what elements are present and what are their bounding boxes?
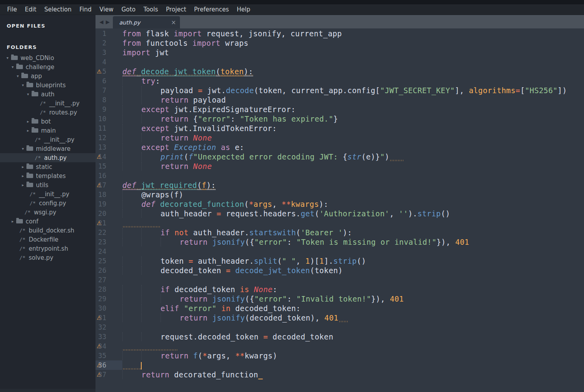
close-tab-icon[interactable]: × <box>171 19 176 26</box>
code-line-22[interactable]: 22 if not auth_header.startswith('Bearer… <box>95 228 584 237</box>
code-line-8[interactable]: 8 return payload <box>95 95 584 105</box>
token: } <box>333 114 338 123</box>
code-line-5[interactable]: ⚠5def decode_jwt_token(token): <box>95 67 584 76</box>
tree-file-solve.py[interactable]: /*solve.py <box>0 253 95 262</box>
code-line-2[interactable]: 2from functools import wraps <box>95 38 584 48</box>
chevron-down-icon[interactable]: ▾ <box>25 92 31 96</box>
tree-file-__init__.py[interactable]: /*__init__.py <box>0 135 95 144</box>
tree-folder-challenge[interactable]: ▾challenge <box>0 62 95 71</box>
tree-folder-web_CDNio[interactable]: ▾web_CDNio <box>0 53 95 62</box>
next-tab-icon[interactable]: ▶ <box>106 19 110 25</box>
chevron-right-icon[interactable]: ▸ <box>20 183 26 187</box>
code-area[interactable]: 1from flask import request, jsonify, cur… <box>95 28 584 392</box>
tree-folder-templates[interactable]: ▸templates <box>0 171 95 180</box>
token: 'Bearer ' <box>301 228 343 237</box>
tree-file-__init__.py[interactable]: /*__init__.py <box>0 189 95 199</box>
menu-view[interactable]: View <box>95 4 118 15</box>
tree-file-wsgi.py[interactable]: /*wsgi.py <box>0 208 95 217</box>
token: decode_jwt_token <box>235 266 310 275</box>
tree-folder-auth[interactable]: ▾auth <box>0 90 95 99</box>
tab-auth-py[interactable]: auth.py × <box>113 16 180 28</box>
tree-file-build_docker.sh[interactable]: /*build_docker.sh <box>0 226 95 235</box>
chevron-down-icon[interactable]: ▾ <box>20 83 26 87</box>
code-line-7[interactable]: 7 payload = jwt.decode(token, current_ap… <box>95 86 584 95</box>
tree-folder-conf[interactable]: ▸conf <box>0 217 95 226</box>
code-text: def decode_jwt_token(token): <box>122 67 584 76</box>
code-line-3[interactable]: 3import jwt <box>95 48 584 57</box>
folder-icon <box>32 128 38 133</box>
menu-edit[interactable]: Edit <box>21 4 40 15</box>
tree-file-config.py[interactable]: /*config.py <box>0 199 95 208</box>
token: args <box>254 200 272 208</box>
code-line-14[interactable]: ⚠14 print(f"Unexpected error decoding JW… <box>95 152 584 161</box>
tree-folder-static[interactable]: ▸static <box>0 162 95 171</box>
code-line-19[interactable]: 19 def decorated_function(*args, **kwarg… <box>95 199 584 209</box>
code-line-17[interactable]: ⚠17def jwt_required(f): <box>95 180 584 190</box>
code-line-20[interactable]: 20 auth_header = request.headers.get('Au… <box>95 209 584 218</box>
code-line-32[interactable]: 32 <box>95 323 584 332</box>
code-line-33[interactable]: 33 request.decoded_token = decoded_token <box>95 332 584 341</box>
code-line-12[interactable]: 12 return None <box>95 133 584 143</box>
tree-file-auth.py[interactable]: /*auth.py <box>0 153 95 162</box>
tree-file-routes.py[interactable]: /*routes.py <box>0 108 95 117</box>
chevron-right-icon[interactable]: ▸ <box>10 219 15 223</box>
tree-folder-main[interactable]: ▸main <box>0 126 95 135</box>
tree-folder-utils[interactable]: ▸utils <box>0 180 95 189</box>
menu-selection[interactable]: Selection <box>40 4 75 15</box>
code-line-9[interactable]: 9 except jwt.ExpiredSignatureError: <box>95 105 584 114</box>
code-line-26[interactable]: 26 decoded_token = decode_jwt_token(toke… <box>95 266 584 275</box>
menu-file[interactable]: File <box>3 4 21 15</box>
prev-tab-icon[interactable]: ◀ <box>99 19 103 25</box>
code-line-31[interactable]: ⚠31 return jsonify(decoded_token), 401 <box>95 313 584 323</box>
menu-preferences[interactable]: Preferences <box>190 4 233 15</box>
code-line-11[interactable]: 11 except jwt.InvalidTokenError: <box>95 124 584 133</box>
code-line-27[interactable]: 27 <box>95 275 584 285</box>
code-line-24[interactable]: 24 <box>95 247 584 256</box>
tree-file-Dockerfile[interactable]: /*Dockerfile <box>0 235 95 244</box>
code-line-29[interactable]: 29 return jsonify({"error": "Invalid tok… <box>95 294 584 304</box>
tree-file-__init__.py[interactable]: /*__init__.py <box>0 99 95 108</box>
code-line-15[interactable]: 15 return None <box>95 161 584 171</box>
chevron-right-icon[interactable]: ▸ <box>25 128 31 133</box>
code-line-30[interactable]: 30 elif "error" in decoded_token: <box>95 304 584 313</box>
sidebar-scrollbar[interactable] <box>0 389 95 392</box>
code-line-1[interactable]: 1from flask import request, jsonify, cur… <box>95 29 584 38</box>
code-line-36[interactable]: ⚠36 <box>95 360 584 370</box>
code-line-18[interactable]: 18 @wraps(f) <box>95 190 584 199</box>
chevron-right-icon[interactable]: ▸ <box>20 174 26 178</box>
token: : <box>287 294 296 303</box>
menu-help[interactable]: Help <box>233 4 254 15</box>
code-line-10[interactable]: 10 return {"error": "Token has expired."… <box>95 114 584 124</box>
token: request, jsonify, current_app <box>202 29 342 38</box>
chevron-down-icon[interactable]: ▾ <box>15 74 21 78</box>
chevron-down-icon[interactable]: ▾ <box>5 56 10 60</box>
chevron-right-icon[interactable]: ▸ <box>25 119 31 124</box>
menu-project[interactable]: Project <box>162 4 190 15</box>
code-line-23[interactable]: 23 return jsonify({"error": "Token is mi… <box>95 237 584 247</box>
code-line-4[interactable]: 4 <box>95 57 584 67</box>
tree-folder-blueprints[interactable]: ▾blueprints <box>0 81 95 90</box>
tree-folder-middleware[interactable]: ▾middleware <box>0 144 95 153</box>
menu-tools[interactable]: Tools <box>140 4 162 15</box>
token: ( <box>216 67 221 76</box>
code-line-6[interactable]: 6 try: <box>95 76 584 86</box>
code-line-13[interactable]: 13 except Exception as e: <box>95 143 584 152</box>
token: jwt_required <box>141 181 197 189</box>
tree-file-entrypoint.sh[interactable]: /*entrypoint.sh <box>0 244 95 253</box>
code-line-25[interactable]: 25 token = auth_header.split(" ", 1)[1].… <box>95 256 584 266</box>
token: f <box>202 181 206 189</box>
tree-folder-app[interactable]: ▾app <box>0 71 95 81</box>
code-text <box>122 247 584 256</box>
code-line-28[interactable]: 28 if decoded_token is None: <box>95 285 584 294</box>
code-line-21[interactable]: ⚠21 <box>95 218 584 228</box>
menu-goto[interactable]: Goto <box>118 4 140 15</box>
code-line-37[interactable]: ⚠37 return decorated_function_ <box>95 370 584 379</box>
tree-folder-bot[interactable]: ▸bot <box>0 117 95 126</box>
chevron-right-icon[interactable]: ▸ <box>20 165 26 169</box>
code-line-16[interactable]: 16 <box>95 171 584 180</box>
menu-find[interactable]: Find <box>75 4 95 15</box>
code-line-34[interactable]: ⚠34 <box>95 341 584 351</box>
chevron-down-icon[interactable]: ▾ <box>20 146 26 151</box>
code-line-35[interactable]: 35 return f(*args, **kwargs) <box>95 351 584 360</box>
chevron-down-icon[interactable]: ▾ <box>10 65 15 69</box>
